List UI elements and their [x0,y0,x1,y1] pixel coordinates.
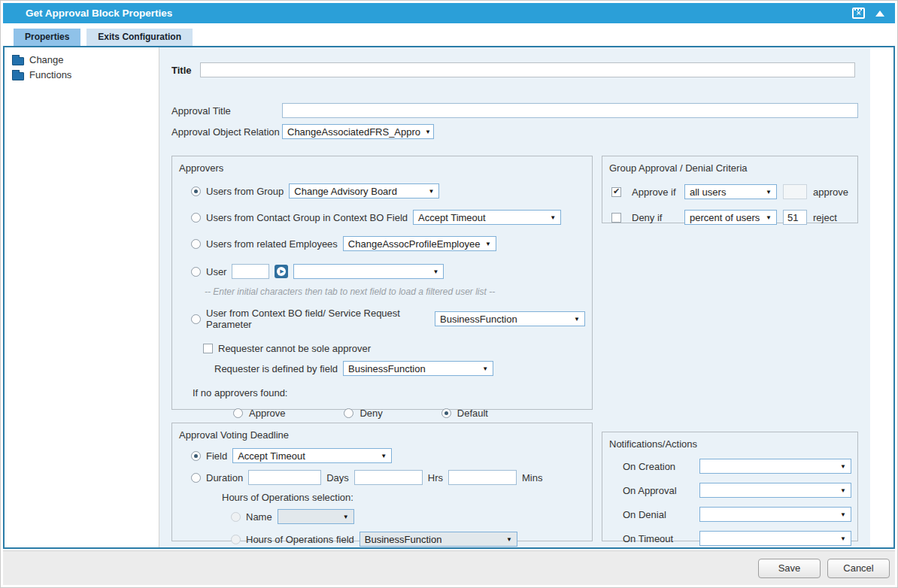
approval-title-label: Approval Title [171,105,282,117]
hours-selection-label: Hours of Operations selection: [222,492,585,503]
on-approval-select[interactable]: ▼ [699,483,851,498]
approve-amount-input[interactable] [783,184,807,199]
requester-defined-row: Requester is defined by field BusinessFu… [214,361,585,376]
on-denial-label: On Denial [623,509,699,520]
no-approvers-default-radio[interactable] [441,408,451,418]
tree-item-label: Change [29,54,64,65]
on-approval-row: On Approval ▼ [609,483,851,498]
chevron-down-icon: ▼ [840,511,846,518]
hours-name-select[interactable]: ▼ [278,509,354,524]
notifications-groupbox: Notifications/Actions On Creation ▼ On A… [602,432,858,541]
approve-if-select[interactable]: all users ▼ [684,184,777,199]
tree-item-change[interactable]: Change [12,54,151,65]
collapse-up-icon[interactable] [875,11,884,17]
cancel-button[interactable]: Cancel [827,559,890,578]
deadline-duration-row: Duration Days Hrs Mins [191,470,585,485]
deadline-duration-label: Duration [206,472,243,483]
duration-hrs-input[interactable] [354,470,423,485]
chevron-down-icon: ▼ [482,365,488,372]
requester-sole-checkbox[interactable] [203,344,213,353]
approval-object-relation-row: Approval Object Relation ChangeAssociate… [171,124,858,139]
chevron-down-icon: ▼ [840,487,846,494]
approve-if-checkbox[interactable] [611,187,621,197]
deadline-field-select[interactable]: Accept Timeout ▼ [232,448,392,463]
select-value: all users [690,186,726,198]
upper-boxes-row: Approvers Users from Group Change Adviso… [171,156,858,410]
chevron-down-icon: ▼ [766,214,772,221]
users-from-related-employees-select[interactable]: ChangeAssocProfileEmployee ▼ [343,236,496,251]
users-from-related-employees-radio[interactable] [191,239,201,249]
on-denial-row: On Denial ▼ [609,507,851,522]
title-row: Title [171,62,855,77]
deadline-duration-radio[interactable] [191,473,201,483]
requester-defined-select[interactable]: BusinessFunction ▼ [343,361,493,376]
close-window-icon[interactable] [852,8,865,19]
tree-item-functions[interactable]: Functions [12,69,151,80]
requester-defined-label: Requester is defined by field [214,363,338,374]
tab-exits-configuration[interactable]: Exits Configuration [86,29,193,46]
save-button[interactable]: Save [758,559,821,578]
no-approvers-deny-label: Deny [360,408,382,419]
approval-title-row: Approval Title [171,103,858,118]
tab-properties[interactable]: Properties [14,29,80,46]
users-from-group-select[interactable]: Change Advisory Board ▼ [289,183,439,199]
no-approvers-deny-radio[interactable] [344,408,353,418]
select-value: BusinessFunction [348,363,426,374]
dialog-titlebar: Get Approval Block Properties [3,3,895,23]
on-timeout-select[interactable]: ▼ [699,531,851,546]
user-filter-input[interactable] [232,264,269,279]
hours-field-radio[interactable] [231,535,241,544]
chevron-down-icon: ▼ [381,453,387,459]
no-approvers-options: Approve Deny Default [233,408,585,419]
approve-if-label: Approve if [632,186,684,198]
on-timeout-label: On Timeout [623,533,699,544]
users-from-contact-group-select[interactable]: Accept Timeout ▼ [413,210,561,225]
user-radio[interactable] [191,267,201,277]
folder-icon [12,57,24,65]
deny-if-checkbox[interactable] [611,213,621,223]
users-from-group-label: Users from Group [206,186,284,197]
approval-title-input[interactable] [282,103,858,118]
deny-if-select[interactable]: percent of users ▼ [684,210,777,225]
notifications-label: Notifications/Actions [609,438,851,450]
users-from-related-employees-label: Users from related Employees [206,238,338,250]
user-select[interactable]: ▼ [293,264,444,279]
chevron-down-icon: ▼ [550,214,556,221]
on-creation-select[interactable]: ▼ [699,459,851,474]
deadline-field-row: Field Accept Timeout ▼ [191,448,585,463]
navigation-tree: Change Functions [5,47,159,547]
duration-mins-input[interactable] [448,470,517,485]
approve-suffix-label: approve [813,186,848,198]
users-from-contact-group-radio[interactable] [191,213,201,223]
deadline-field-radio[interactable] [191,451,201,461]
users-from-contact-group-label: Users from Contact Group in Context BO F… [206,212,408,223]
select-value: ChangeAssociatedFRS_Appro [287,126,420,138]
chevron-down-icon: ▼ [485,241,491,247]
deny-amount-input[interactable] [783,210,807,225]
form-wrapper: Title Approval Title Approval Object Rel… [159,47,893,547]
group-criteria-label: Group Approval / Denial Criteria [609,162,851,174]
chevron-down-icon: ▼ [425,129,431,135]
no-approvers-approve-radio[interactable] [233,408,243,418]
approvers-groupbox: Approvers Users from Group Change Adviso… [171,156,593,410]
hours-field-select[interactable]: BusinessFunction ▼ [360,532,517,547]
user-from-context-select[interactable]: BusinessFunction ▼ [435,311,585,326]
on-denial-select[interactable]: ▼ [699,507,851,522]
chevron-down-icon: ▼ [574,316,580,323]
select-value: Accept Timeout [238,450,305,462]
hrs-label: Hrs [428,472,443,483]
duration-days-input[interactable] [248,470,321,485]
approval-object-relation-select[interactable]: ChangeAssociatedFRS_Appro ▼ [282,124,434,139]
users-from-group-radio[interactable] [191,186,201,196]
hours-field-label: Hours of Operations field [246,534,354,545]
folder-icon [12,72,24,80]
chevron-down-icon: ▼ [506,536,512,543]
approval-object-relation-label: Approval Object Relation [171,126,282,138]
group-criteria-groupbox: Group Approval / Denial Criteria Approve… [602,156,858,223]
user-from-context-radio[interactable] [191,314,201,324]
hours-name-radio[interactable] [231,512,241,522]
title-input[interactable] [200,62,855,77]
requester-sole-label: Requester cannot be sole approver [218,343,371,354]
load-users-icon[interactable]: ▶ [275,265,288,278]
select-value: percent of users [690,212,760,223]
